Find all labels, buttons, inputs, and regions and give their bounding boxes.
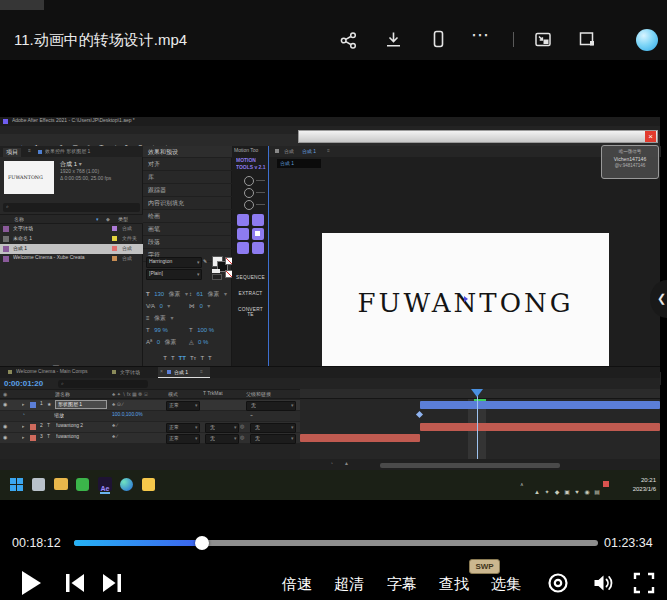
keyframe-icon[interactable]: [416, 411, 423, 418]
panel-list-item[interactable]: 库: [143, 171, 232, 184]
taskbar-app-notes[interactable]: [142, 478, 155, 491]
caret-icon[interactable]: ▾: [207, 303, 210, 309]
baseline-value[interactable]: 0: [157, 339, 160, 345]
panel-list-item[interactable]: 跟踪器: [143, 184, 232, 197]
layer-label-square[interactable]: [30, 435, 36, 441]
start-button[interactable]: [10, 478, 23, 491]
download-button[interactable]: [384, 30, 403, 49]
parent-select[interactable]: 无 ▾: [250, 434, 296, 444]
motion-dial[interactable]: [244, 188, 254, 198]
layer-bar-text1[interactable]: [300, 434, 420, 442]
motion-buttons-item[interactable]: EXTRACT: [236, 291, 266, 296]
tracking-value[interactable]: 0: [199, 303, 202, 309]
mini-window-button[interactable]: [577, 30, 597, 49]
close-button[interactable]: ×: [645, 131, 656, 142]
viewer-tab-label[interactable]: 合成: [284, 148, 294, 155]
taskbar-app-wechat[interactable]: [76, 478, 89, 491]
more-button[interactable]: ⋯: [471, 24, 490, 46]
mobile-cast-button[interactable]: [429, 29, 448, 50]
motion-swatch[interactable]: [237, 214, 249, 226]
timeline-tab-active[interactable]: × 合成 1 ≡: [158, 367, 210, 378]
faux-styles-row-item[interactable]: TT: [179, 355, 186, 361]
column-source-name[interactable]: 源名称: [55, 391, 70, 398]
column-mode[interactable]: 模式: [168, 391, 178, 398]
motion-dial[interactable]: [244, 176, 254, 186]
project-row[interactable]: 文字转场 合成: [0, 224, 143, 234]
layer-switches[interactable]: ♣ ∕: [112, 434, 117, 439]
comp-name-caret[interactable]: ▾: [79, 161, 82, 167]
motion-buttons-item[interactable]: CONVERT TE: [236, 307, 266, 317]
pickwhip-icon[interactable]: ◎: [240, 423, 244, 429]
project-row[interactable]: 未命名 1 文件夹: [0, 234, 143, 244]
project-search-box[interactable]: ⌕: [3, 203, 140, 212]
toggle-icons[interactable]: ◔: [330, 461, 333, 466]
timeline-scrollbar[interactable]: [380, 463, 560, 468]
speed-button[interactable]: 倍速: [282, 575, 312, 594]
search-in-video-button[interactable]: 查找: [439, 575, 469, 594]
eyedropper-icon[interactable]: ✎: [203, 258, 207, 264]
layer-name[interactable]: fuwantong 2: [56, 423, 83, 428]
panel-list-item[interactable]: 段落: [143, 236, 232, 249]
pip-button[interactable]: [533, 30, 553, 49]
taskbar-app-edge[interactable]: [120, 478, 133, 491]
label-square[interactable]: [112, 226, 117, 231]
share-button[interactable]: [339, 31, 358, 50]
quality-button[interactable]: 超清: [334, 575, 364, 594]
zoom-mountain-icon[interactable]: ▲: [344, 461, 349, 466]
motion-swatch-active[interactable]: [252, 228, 264, 240]
spacing-value[interactable]: 0 %: [198, 339, 208, 345]
layer-row[interactable]: ◉ ▸ 2 T fuwantong 2 ♣ ∕ 正常 ▾ 无 ▾ ◎: [0, 422, 300, 432]
motion-swatch[interactable]: [237, 242, 249, 254]
play-button[interactable]: [22, 571, 41, 595]
video-area[interactable]: Adobe After Effects 2021 - C:\Users\JP\D…: [0, 60, 667, 520]
effects-presets-panel-header[interactable]: 效果和预设: [143, 146, 232, 158]
tab-project[interactable]: 项目: [3, 148, 21, 157]
taskbar-app-after-effects[interactable]: Ae: [98, 477, 112, 491]
twirl-icon[interactable]: ▸: [22, 401, 25, 407]
visibility-icon[interactable]: ◉: [3, 423, 7, 429]
blend-mode-select[interactable]: 正常 ▾: [166, 434, 200, 444]
tab-project-menu-icon[interactable]: ≡: [28, 148, 31, 153]
system-tray-icons-item[interactable]: ▲: [532, 489, 542, 495]
motion-swatch[interactable]: [252, 242, 264, 254]
composition-canvas[interactable]: FUWANTONG: [322, 233, 609, 371]
faux-styles-row-item[interactable]: T: [200, 355, 204, 361]
panel-list-item[interactable]: 内容识别填充: [143, 197, 232, 210]
property-name[interactable]: 缩放: [54, 412, 64, 419]
tab-menu-icon[interactable]: ≡: [200, 369, 203, 374]
faux-styles-row-item[interactable]: T: [208, 355, 212, 361]
system-tray-icons[interactable]: ▲✦◆▣♥◉▤: [532, 480, 602, 498]
property-row[interactable]: ◔ 缩放 100.0,100.0% ⌁: [0, 411, 300, 421]
caret-icon[interactable]: ▾: [185, 291, 188, 297]
parent-select[interactable]: 无 ▾: [250, 423, 296, 433]
link-icon[interactable]: ⌁: [250, 412, 253, 418]
visibility-icon[interactable]: ◉: [3, 434, 7, 440]
timeline-tab[interactable]: 文字转场: [120, 369, 140, 376]
layer-name-box[interactable]: 形状图层 1: [55, 400, 107, 409]
pickwhip-icon[interactable]: ◎: [240, 434, 244, 440]
tab-effect-controls[interactable]: 效果控件 形状图层 1: [45, 148, 90, 155]
taskbar-clock[interactable]: 20:21 2023/1/6: [614, 476, 656, 494]
motion-buttons-item[interactable]: SEQUENCE: [236, 275, 266, 280]
motion-swatch[interactable]: [252, 214, 264, 226]
blend-mode-select[interactable]: 正常 ▾: [166, 423, 200, 433]
record-button[interactable]: [546, 571, 570, 595]
column-trkmat[interactable]: T TrkMat: [203, 391, 223, 396]
panel-list-item[interactable]: 绘画: [143, 210, 232, 223]
tracking-row[interactable]: ⋈ 0 ▾: [189, 294, 210, 312]
faux-styles-row-item[interactable]: Tт: [190, 355, 196, 361]
episodes-button[interactable]: 选集: [491, 575, 521, 594]
layer-switches[interactable]: ♣ ⊙ ∕: [112, 401, 123, 407]
system-tray-icons-item[interactable]: ◉: [582, 488, 592, 495]
motion-swatch[interactable]: [237, 228, 249, 240]
layer-switches[interactable]: ♣ ∕: [112, 423, 117, 428]
label-square[interactable]: [112, 256, 117, 261]
trkmat-select[interactable]: 无 ▾: [205, 434, 239, 444]
comp-breadcrumb[interactable]: 合成 1: [277, 159, 321, 168]
faux-styles-row[interactable]: TTTTTтTT: [143, 346, 232, 364]
property-value[interactable]: 100.0,100.0%: [112, 412, 143, 417]
faux-styles-row-item[interactable]: T: [163, 355, 167, 361]
viewer-tab-comp[interactable]: 合成 1: [302, 148, 316, 155]
tray-expand-icon[interactable]: ∧: [520, 481, 524, 487]
system-tray-icons-item[interactable]: ▤: [592, 488, 602, 495]
